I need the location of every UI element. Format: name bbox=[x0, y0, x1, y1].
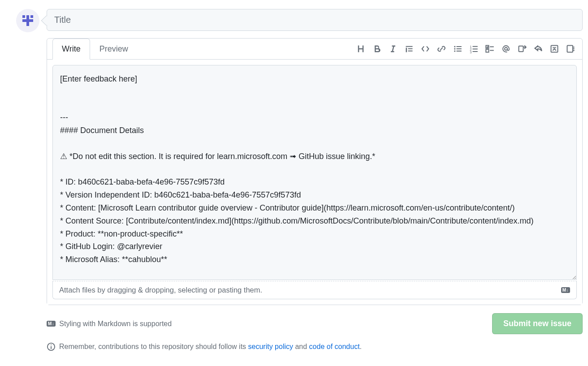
svg-point-6 bbox=[454, 48, 455, 49]
new-issue-form: Write Preview 123 bbox=[47, 9, 583, 351]
markdown-pane-icon[interactable] bbox=[566, 44, 575, 53]
svg-rect-3 bbox=[22, 19, 33, 22]
comment-editor: Write Preview 123 bbox=[47, 38, 583, 305]
avatar[interactable] bbox=[16, 9, 39, 32]
issue-title-input[interactable] bbox=[47, 9, 583, 31]
svg-rect-8 bbox=[457, 46, 462, 47]
contribution-note: Remember, contributions to this reposito… bbox=[47, 342, 583, 351]
svg-rect-10 bbox=[457, 51, 462, 52]
avatar-icon bbox=[20, 13, 36, 29]
link-icon[interactable] bbox=[437, 44, 446, 53]
editor-tab-header: Write Preview 123 bbox=[47, 39, 582, 60]
svg-rect-9 bbox=[457, 48, 462, 49]
contrib-suffix: . bbox=[360, 343, 362, 350]
submit-new-issue-button[interactable]: Submit new issue bbox=[492, 313, 583, 334]
svg-rect-16 bbox=[473, 51, 478, 52]
bold-icon[interactable] bbox=[372, 44, 381, 53]
contrib-mid: and bbox=[293, 343, 309, 350]
svg-rect-1 bbox=[30, 15, 33, 18]
svg-rect-15 bbox=[473, 48, 478, 49]
heading-icon[interactable] bbox=[356, 44, 365, 53]
svg-rect-14 bbox=[473, 46, 478, 47]
svg-rect-4 bbox=[26, 22, 29, 26]
unordered-list-icon[interactable] bbox=[453, 44, 462, 53]
svg-rect-22 bbox=[519, 46, 523, 52]
code-icon[interactable] bbox=[421, 44, 430, 53]
contrib-prefix: Remember, contributions to this reposito… bbox=[59, 343, 248, 350]
svg-rect-24 bbox=[567, 46, 573, 52]
issue-body-textarea[interactable] bbox=[52, 65, 577, 280]
svg-rect-20 bbox=[486, 49, 489, 52]
italic-icon[interactable] bbox=[389, 44, 398, 53]
tasklist-icon[interactable] bbox=[485, 44, 494, 53]
tab-preview[interactable]: Preview bbox=[90, 39, 138, 60]
markdown-support-note[interactable]: M↓ Styling with Markdown is supported bbox=[47, 320, 172, 328]
svg-point-5 bbox=[454, 46, 455, 47]
markdown-badge-icon: M↓ bbox=[561, 287, 570, 293]
quote-icon[interactable] bbox=[405, 44, 414, 53]
svg-rect-19 bbox=[490, 50, 494, 51]
svg-text:3: 3 bbox=[470, 50, 471, 53]
svg-point-27 bbox=[51, 344, 52, 345]
attach-files-label: Attach files by dragging & dropping, sel… bbox=[59, 286, 262, 294]
tab-write[interactable]: Write bbox=[52, 39, 90, 60]
markdown-icon: M↓ bbox=[47, 321, 56, 327]
info-icon bbox=[47, 342, 56, 351]
svg-rect-0 bbox=[22, 15, 25, 18]
attach-files-hint[interactable]: Attach files by dragging & dropping, sel… bbox=[52, 281, 577, 299]
reply-icon[interactable] bbox=[534, 44, 543, 53]
mention-icon[interactable] bbox=[502, 44, 510, 53]
saved-reply-icon[interactable] bbox=[550, 44, 559, 53]
markdown-support-label: Styling with Markdown is supported bbox=[59, 320, 172, 328]
code-of-conduct-link[interactable]: code of conduct bbox=[309, 343, 360, 350]
svg-rect-18 bbox=[490, 46, 494, 47]
svg-point-7 bbox=[454, 50, 455, 52]
security-policy-link[interactable]: security policy bbox=[248, 343, 293, 350]
markdown-toolbar: 123 bbox=[356, 44, 577, 53]
ordered-list-icon[interactable]: 123 bbox=[469, 44, 478, 53]
cross-reference-icon[interactable] bbox=[518, 44, 527, 53]
